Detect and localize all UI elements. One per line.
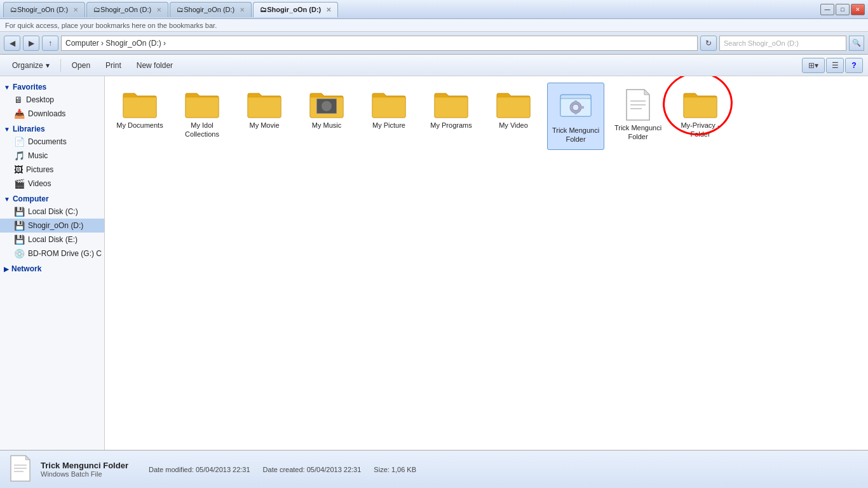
back-button[interactable]: ◀ (4, 36, 20, 51)
file-item-my-video[interactable]: My Video (485, 83, 542, 150)
print-label: Print (105, 61, 121, 70)
libraries-label: Libraries (13, 125, 45, 133)
status-size-value: 1,06 KB (391, 466, 416, 473)
svg-rect-10 (581, 106, 584, 109)
address-path-box[interactable]: Computer › Shogir_oOn (D:) › (61, 36, 698, 51)
organize-button[interactable]: Organize ▾ (5, 58, 57, 73)
close-button[interactable]: ✕ (851, 4, 865, 15)
file-item-my-privacy-folder[interactable]: My-Privacy -Folder (672, 83, 729, 150)
tab-close-4[interactable]: ✕ (326, 6, 331, 13)
files-grid: My Documents My Idol Collections (111, 83, 862, 150)
folder-icon-my-picture (371, 88, 407, 121)
sidebar-item-music[interactable]: 🎵 Music (0, 149, 104, 163)
file-item-my-idol-collections[interactable]: My Idol Collections (173, 83, 231, 150)
favorites-label: Favorites (13, 83, 46, 92)
open-label: Open (72, 61, 90, 70)
file-item-my-picture[interactable]: My Picture (360, 83, 417, 150)
computer-section-header[interactable]: ▼ Computer (0, 191, 104, 205)
folder-icon-my-programs (433, 88, 469, 121)
status-date-created-label: Date created: (263, 466, 305, 473)
sidebar-item-pictures[interactable]: 🖼 Pictures (0, 163, 104, 177)
folder-icon-my-documents (122, 88, 158, 121)
new-folder-button[interactable]: New folder (130, 58, 180, 73)
maximize-button[interactable]: □ (836, 4, 850, 15)
drive-c-icon: 💾 (14, 207, 25, 217)
sidebar-item-videos[interactable]: 🎬 Videos (0, 177, 104, 191)
favorites-section-header[interactable]: ▼ Favorites (0, 79, 104, 93)
videos-icon: 🎬 (14, 179, 25, 189)
status-date-created-value: 05/04/2013 22:31 (307, 466, 362, 473)
network-arrow: ▶ (4, 266, 9, 273)
search-box[interactable]: Search Shogir_oOn (D:) (719, 36, 846, 51)
search-button[interactable]: 🔍 (849, 36, 864, 51)
file-item-trick-mengunci-document[interactable]: Trick Mengunci Folder (609, 83, 667, 150)
sidebar-item-documents[interactable]: 📄 Documents (0, 135, 104, 149)
libraries-section-header[interactable]: ▼ Libraries (0, 121, 104, 135)
address-bar: ◀ ▶ ↑ Computer › Shogir_oOn (D:) › ↻ Sea… (0, 32, 868, 55)
open-button[interactable]: Open (65, 58, 97, 73)
sidebar-item-local-e[interactable]: 💾 Local Disk (E:) (0, 233, 104, 247)
folder-icon-my-video (496, 88, 531, 121)
folder-svg-my-music (309, 88, 344, 119)
tab-icon-2: 🗂 (93, 6, 100, 13)
minimize-button[interactable]: — (820, 4, 834, 15)
help-button[interactable]: ? (845, 58, 863, 73)
sidebar-item-bdrom-g[interactable]: 💿 BD-ROM Drive (G:) C (0, 247, 104, 261)
videos-label: Videos (28, 179, 51, 188)
shogir-d-label: Shogir_oOn (D:) (28, 221, 83, 230)
file-label-trick-mengunci-folder-selected: Trick Mengunci Folder (550, 126, 601, 144)
sidebar-item-shogir-d[interactable]: 💾 Shogir_oOn (D:) (0, 219, 104, 233)
file-item-trick-mengunci-folder[interactable]: Trick Mengunci Folder (547, 83, 604, 150)
file-label-my-programs: My Programs (430, 121, 471, 130)
details-toggle[interactable]: ☰ (826, 58, 844, 73)
file-item-my-documents[interactable]: My Documents (111, 83, 168, 150)
downloads-icon: 📥 (14, 109, 25, 119)
tab-2[interactable]: 🗂 Shogir_oOn (D:) ✕ (86, 2, 168, 17)
forward-button[interactable]: ▶ (23, 36, 39, 51)
sidebar-item-downloads[interactable]: 📥 Downloads (0, 107, 104, 121)
document-svg-trick (623, 88, 653, 121)
tab-label-1: Shogir_oOn (D:) (17, 6, 68, 13)
up-button[interactable]: ↑ (42, 36, 58, 51)
file-item-my-movie[interactable]: My Movie (236, 83, 293, 150)
svg-point-6 (573, 104, 579, 111)
tab-3[interactable]: 🗂 Shogir_oOn (D:) ✕ (170, 2, 252, 17)
music-icon: 🎵 (14, 151, 25, 161)
folder-svg-my-picture (371, 88, 407, 119)
network-section-header[interactable]: ▶ Network (0, 261, 104, 274)
status-bar: Trick Mengunci Folder Windows Batch File… (0, 450, 868, 488)
view-toggle[interactable]: ⊞▾ (802, 58, 825, 73)
svg-rect-9 (570, 106, 573, 109)
folder-svg-my-documents (122, 88, 158, 119)
status-meta: Date modified: 05/04/2013 22:31 Date cre… (149, 466, 416, 473)
tab-close-1[interactable]: ✕ (73, 6, 78, 13)
file-label-my-idol-collections: My Idol Collections (177, 121, 227, 139)
status-date-modified: Date modified: 05/04/2013 22:31 (149, 466, 250, 473)
svg-rect-7 (574, 100, 577, 104)
folder-svg-my-movie (247, 88, 282, 119)
tab-4[interactable]: 🗂 Shogir_oOn (D:) ✕ (253, 2, 338, 17)
tab-1[interactable]: 🗂 Shogir_oOn (D:) ✕ (3, 2, 85, 17)
svg-rect-8 (574, 111, 577, 114)
file-item-my-programs[interactable]: My Programs (423, 83, 480, 150)
tab-close-3[interactable]: ✕ (240, 6, 245, 13)
status-document-svg (8, 454, 33, 482)
tab-close-2[interactable]: ✕ (156, 6, 161, 13)
folder-svg-my-programs (433, 88, 469, 119)
tab-icon-3: 🗂 (177, 6, 184, 13)
desktop-icon: 🖥 (14, 95, 23, 105)
folder-icon-my-idol-collections (184, 88, 220, 121)
bdrom-label: BD-ROM Drive (G:) C (28, 249, 102, 258)
file-label-my-video: My Video (499, 121, 528, 130)
print-button[interactable]: Print (98, 58, 128, 73)
file-item-my-music[interactable]: My Music (298, 83, 355, 150)
pictures-icon: 🖼 (14, 165, 23, 175)
folder-icon-my-movie (247, 88, 282, 121)
sidebar-item-desktop[interactable]: 🖥 Desktop (0, 93, 104, 107)
tab-label-3: Shogir_oOn (D:) (184, 6, 234, 13)
libraries-arrow: ▼ (4, 126, 10, 133)
sidebar-item-local-c[interactable]: 💾 Local Disk (C:) (0, 205, 104, 219)
refresh-button[interactable]: ↻ (700, 36, 717, 51)
organize-dropdown-icon: ▾ (46, 61, 50, 70)
folder-icon-my-privacy (682, 88, 718, 121)
